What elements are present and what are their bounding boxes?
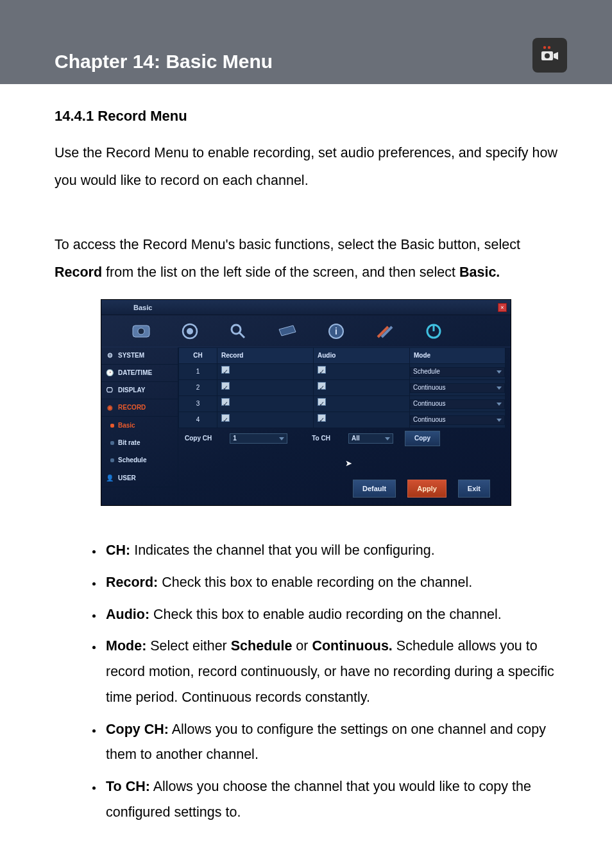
hdd-icon[interactable] [273, 320, 302, 343]
clock-icon: 🕑 [105, 369, 114, 378]
system-gear-icon[interactable] [127, 320, 155, 343]
top-icon-bar: i [101, 315, 511, 347]
record-dot-icon[interactable] [176, 320, 204, 343]
checkbox[interactable] [221, 414, 230, 422]
cell-record [217, 380, 314, 396]
camera-icon [532, 38, 567, 73]
default-button[interactable]: Default [353, 480, 396, 498]
table-row: 4 Continuous [179, 412, 506, 428]
section-heading: 14.4.1 Record Menu [55, 102, 557, 130]
checkbox[interactable] [318, 398, 326, 406]
svg-point-5 [138, 328, 144, 334]
search-icon[interactable] [225, 320, 253, 343]
copy-button[interactable]: Copy [405, 431, 440, 446]
col-ch: CH [179, 348, 217, 364]
mode-select[interactable]: Continuous [410, 383, 505, 393]
cell-mode: Schedule [410, 364, 506, 380]
mode-select[interactable]: Continuous [410, 415, 505, 425]
term: Audio: [106, 607, 149, 622]
sidebar-item-display[interactable]: 🖵 DISPLAY [101, 382, 178, 399]
desc: Indicates the channel that you will be c… [130, 542, 435, 558]
cell-audio [314, 380, 410, 396]
checkbox[interactable] [318, 366, 326, 374]
desc: Allows you to configure the settings on … [106, 722, 546, 763]
list-item: Copy CH: Allows you to configure the set… [103, 717, 557, 768]
term: To CH: [106, 779, 150, 794]
col-audio: Audio [314, 348, 410, 364]
sidebar-item-datetime[interactable]: 🕑 DATE/TIME [101, 365, 178, 382]
text-bold: Basic. [459, 265, 500, 280]
desc: or [292, 638, 312, 654]
mode-value: Schedule [413, 365, 440, 378]
marker-icon [110, 441, 114, 445]
term: Copy CH: [106, 722, 169, 737]
channel-table: CH Record Audio Mode 1 Schedule 2 [178, 347, 506, 428]
checkbox[interactable] [221, 366, 230, 374]
sidebar-label: DISPLAY [118, 384, 145, 397]
sidebar-label: RECORD [118, 401, 146, 414]
table-row: 2 Continuous [179, 380, 506, 396]
sidebar-item-system[interactable]: ⚙ SYSTEM [101, 347, 178, 365]
sidebar-subitem-schedule[interactable]: Schedule [101, 452, 178, 469]
text: To access the Record Menu's basic functi… [55, 237, 520, 252]
cell-mode: Continuous [410, 380, 506, 396]
chapter-title: Chapter 14: Basic Menu [55, 51, 273, 73]
mode-select[interactable]: Schedule [410, 367, 505, 377]
apply-button[interactable]: Apply [407, 480, 446, 498]
sidebar-item-record[interactable]: ◉ RECORD [101, 399, 178, 417]
power-icon[interactable] [420, 320, 448, 343]
exit-button[interactable]: Exit [458, 480, 490, 498]
definitions-list: CH: Indicates the channel that you will … [55, 538, 557, 826]
term: Continuous. [312, 638, 392, 654]
list-item: Audio: Check this box to enable audio re… [103, 602, 557, 628]
desc: Allows you choose the channel that you w… [106, 779, 531, 820]
checkbox[interactable] [221, 398, 230, 406]
footer-buttons: Default Apply Exit [178, 474, 506, 505]
checkbox[interactable] [318, 414, 326, 422]
desc: Check this box to enable audio recording… [149, 607, 502, 622]
sidebar-item-user[interactable]: 👤 USER [101, 470, 178, 487]
mode-select[interactable]: Continuous [410, 399, 505, 409]
marker-icon [110, 424, 114, 428]
access-paragraph: To access the Record Menu's basic functi… [55, 231, 557, 286]
info-icon[interactable]: i [322, 320, 350, 343]
desc: Select either [146, 638, 230, 654]
tools-icon[interactable] [371, 320, 399, 343]
user-icon: 👤 [105, 474, 114, 483]
sidebar-subitem-bitrate[interactable]: Bit rate [101, 435, 178, 451]
svg-line-9 [239, 333, 244, 338]
copy-ch-select[interactable]: 1 [230, 433, 287, 444]
copy-ch-label: Copy CH [185, 432, 212, 445]
svg-point-7 [187, 328, 193, 334]
content: 14.4.1 Record Menu Use the Record Menu t… [0, 84, 612, 858]
table-row: 3 Continuous [179, 396, 506, 412]
term: CH: [106, 542, 130, 558]
cell-audio [314, 364, 410, 380]
intro-paragraph: Use the Record Menu to enable recording,… [55, 139, 557, 195]
close-icon[interactable]: × [498, 303, 507, 312]
text: from the list on the left side of the sc… [102, 265, 459, 280]
copy-row: Copy CH 1 To CH All Copy [178, 428, 506, 449]
cell-record [217, 396, 314, 412]
desc: Check this box to enable recording on th… [158, 575, 472, 590]
checkbox[interactable] [318, 382, 326, 390]
main-panel: CH Record Audio Mode 1 Schedule 2 [178, 347, 511, 505]
monitor-icon: 🖵 [105, 386, 114, 395]
col-mode: Mode [410, 348, 506, 364]
sidebar-label: Bit rate [118, 437, 140, 449]
page-header: Chapter 14: Basic Menu [0, 0, 612, 84]
gear-icon: ⚙ [105, 351, 114, 360]
mode-value: Continuous [413, 381, 446, 394]
cursor-icon: ➤ [345, 455, 506, 472]
embedded-screenshot: Basic × i [101, 299, 511, 506]
cell-audio [314, 396, 410, 412]
sidebar-subitem-basic[interactable]: Basic [101, 417, 178, 434]
chevron-down-icon [497, 370, 502, 374]
list-item: Record: Check this box to enable recordi… [103, 570, 557, 596]
cell-record [217, 364, 314, 380]
text-bold: Record [55, 265, 102, 280]
to-ch-select[interactable]: All [348, 433, 393, 444]
checkbox[interactable] [221, 382, 230, 390]
table-row: 1 Schedule [179, 364, 506, 380]
cell-ch: 4 [179, 412, 217, 428]
